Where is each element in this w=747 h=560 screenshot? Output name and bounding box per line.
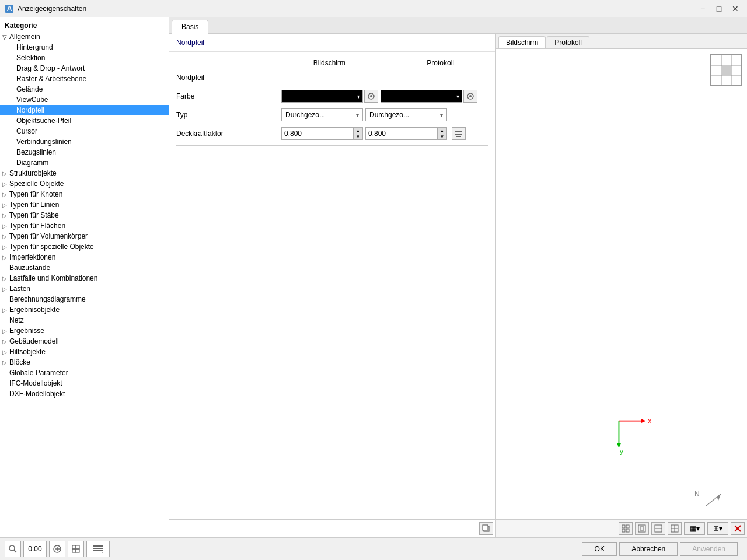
sidebar: Kategorie Allgemein Hintergrund Selektio… <box>0 18 169 537</box>
sidebar-item-typen-stabe[interactable]: Typen für Stäbe <box>0 210 169 220</box>
sidebar-item-objektsuche[interactable]: Objektsuche-Pfeil <box>0 116 169 126</box>
sidebar-item-hilfsobjekte[interactable]: Hilfsobjekte <box>0 346 169 357</box>
sidebar-item-lastfalle[interactable]: Lastfälle und Kombinationen <box>0 273 169 284</box>
sidebar-item-selektion[interactable]: Selektion <box>0 52 169 63</box>
sidebar-item-netz[interactable]: Netz <box>0 315 169 326</box>
deckkraft-screen-up[interactable]: ▲ <box>353 128 362 134</box>
typ-screen-dropdown[interactable]: Durchgezo... ▾ <box>281 108 363 121</box>
sidebar-item-imperfektionen[interactable]: Imperfektionen <box>0 252 169 262</box>
deckkraft-print-down[interactable]: ▼ <box>437 134 446 139</box>
svg-rect-30 <box>638 525 645 532</box>
sidebar-item-dxf-modellobjekt[interactable]: DXF-Modellobjekt <box>0 388 169 399</box>
sidebar-item-hintergrund[interactable]: Hintergrund <box>0 42 169 52</box>
search-btn[interactable] <box>5 541 21 557</box>
sidebar-item-ergebnisse[interactable]: Ergebnisse <box>0 326 169 336</box>
tool3-btn[interactable] <box>49 541 65 557</box>
sidebar-item-label: IFC-Modellobjekt <box>9 379 62 387</box>
ok-button[interactable]: OK <box>582 542 617 556</box>
sidebar-item-bezugslinien[interactable]: Bezugslinien <box>0 147 169 158</box>
sidebar-item-bauzustande[interactable]: Bauzustände <box>0 262 169 273</box>
preview-tool-4[interactable] <box>668 522 682 535</box>
sidebar-item-viewcube[interactable]: ViewCube <box>0 94 169 105</box>
svg-rect-16 <box>722 66 731 75</box>
svg-point-5 <box>469 95 472 97</box>
sidebar-item-label: Ergebnisse <box>9 327 44 335</box>
app-icon: A <box>5 4 14 13</box>
sidebar-item-ifc-modellobjekt[interactable]: IFC-Modellobjekt <box>0 378 169 388</box>
sidebar-item-cursor[interactable]: Cursor <box>0 126 169 136</box>
preview-tab-protokoll[interactable]: Protokoll <box>547 36 589 48</box>
sidebar-item-label: Bauzustände <box>9 264 50 272</box>
sidebar-item-spezielle-objekte[interactable]: Spezielle Objekte <box>0 178 169 189</box>
section-header: Nordpfeil <box>169 34 495 52</box>
sidebar-item-label: Bezugslinien <box>16 148 56 156</box>
sidebar-item-strukturobjekte[interactable]: Strukturobjekte <box>0 168 169 178</box>
typ-print-dropdown[interactable]: Durchgezo... ▾ <box>365 108 447 121</box>
deckkraft-print-spinner[interactable]: ▲ ▼ <box>365 127 447 140</box>
tool4-btn[interactable] <box>68 541 84 557</box>
apply-button[interactable]: Anwenden <box>680 542 738 556</box>
sidebar-item-label: Raster & Arbeitsebene <box>16 75 86 83</box>
deckkraft-print-up[interactable]: ▲ <box>437 128 446 134</box>
color-pick-screen-btn[interactable] <box>364 90 378 103</box>
cancel-button[interactable]: Abbrechen <box>619 542 678 556</box>
sidebar-item-typen-spezielle[interactable]: Typen für spezielle Objekte <box>0 242 169 252</box>
svg-rect-10 <box>483 525 488 530</box>
deckkraft-screen-down[interactable]: ▼ <box>353 134 362 139</box>
minimize-button[interactable]: − <box>696 3 710 15</box>
sidebar-item-label: Selektion <box>16 54 45 62</box>
value-btn[interactable]: 0.00 <box>23 541 47 557</box>
sidebar-item-typen-volumenkörper[interactable]: Typen für Volumenkörper <box>0 231 169 242</box>
sidebar-item-globale-parameter[interactable]: Globale Parameter <box>0 368 169 378</box>
svg-rect-49 <box>93 548 103 549</box>
preview-dropdown-2[interactable]: ⊞ ▾ <box>707 522 728 535</box>
deckkraft-screen-arrows: ▲ ▼ <box>353 128 362 139</box>
sidebar-item-typen-flachen[interactable]: Typen für Flächen <box>0 220 169 231</box>
sidebar-item-lasten[interactable]: Lasten <box>0 284 169 294</box>
align-button[interactable] <box>452 127 466 140</box>
sidebar-item-label: Cursor <box>16 127 37 135</box>
sidebar-item-raster[interactable]: Raster & Arbeitsebene <box>0 74 169 84</box>
color-pick-print-btn[interactable] <box>463 90 477 103</box>
preview-tool-1[interactable] <box>619 522 633 535</box>
tool5-btn[interactable] <box>86 541 110 557</box>
sidebar-item-blocke[interactable]: Blöcke <box>0 357 169 368</box>
sidebar-item-berechnungsdiagramme[interactable]: Berechnungsdiagramme <box>0 294 169 304</box>
sidebar-item-drag-drop[interactable]: Drag & Drop - Antwort <box>0 63 169 74</box>
dialog-buttons: OK Abbrechen Anwenden <box>577 542 742 556</box>
title-bar: A Anzeigeeigenschaften − □ ✕ <box>0 0 747 18</box>
sidebar-item-typen-knoten[interactable]: Typen für Knoten <box>0 189 169 200</box>
farbe-print-dropdown[interactable]: ▾ <box>381 90 462 103</box>
sidebar-item-nordpfeil[interactable]: Nordpfeil <box>0 105 169 116</box>
preview-tool-2[interactable] <box>635 522 649 535</box>
svg-text:x: x <box>648 417 651 424</box>
sidebar-item-typen-linien[interactable]: Typen für Linien <box>0 200 169 210</box>
deckkraft-print-input[interactable] <box>366 130 437 138</box>
sidebar-item-diagramm[interactable]: Diagramm <box>0 158 169 168</box>
divider <box>176 145 488 146</box>
sidebar-item-gelande[interactable]: Gelände <box>0 84 169 94</box>
form-copy-btn[interactable] <box>479 522 493 535</box>
sidebar-item-ergebnisobjekte[interactable]: Ergebnisobjekte <box>0 304 169 315</box>
preview-tab-bildschirm[interactable]: Bildschirm <box>498 36 546 48</box>
svg-rect-48 <box>93 545 103 547</box>
typ-screen-value: Durchgezo... <box>285 111 325 119</box>
deckkraft-screen-input[interactable] <box>282 130 353 138</box>
farbe-fields: ▾ <box>281 90 477 103</box>
sidebar-item-gebaudemodell[interactable]: Gebäudemodell <box>0 336 169 346</box>
typ-print-value: Durchgezo... <box>369 111 409 119</box>
sidebar-item-label: Diagramm <box>16 159 48 167</box>
tab-basis[interactable]: Basis <box>172 20 208 34</box>
maximize-button[interactable]: □ <box>712 3 726 15</box>
sidebar-item-verbindungslinien[interactable]: Verbindungslinien <box>0 136 169 147</box>
preview-dropdown-1[interactable]: ▦ ▾ <box>684 522 705 535</box>
sidebar-item-allgemein[interactable]: Allgemein <box>0 32 169 42</box>
north-arrow-svg: N <box>694 488 724 512</box>
preview-panel: Bildschirm Protokoll <box>496 34 747 537</box>
farbe-screen-dropdown[interactable]: ▾ <box>281 90 363 103</box>
close-button[interactable]: ✕ <box>728 3 742 15</box>
preview-tool-3[interactable] <box>651 522 665 535</box>
deckkraft-screen-spinner[interactable]: ▲ ▼ <box>281 127 363 140</box>
preview-close-btn[interactable] <box>731 522 745 535</box>
deckkraft-print-arrows: ▲ ▼ <box>437 128 446 139</box>
